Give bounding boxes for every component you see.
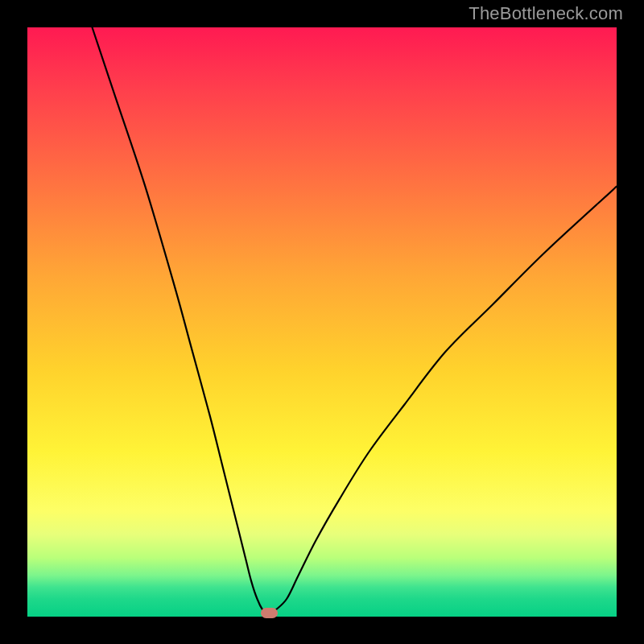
bottleneck-curve <box>27 27 617 617</box>
plot-area <box>27 27 617 617</box>
watermark-text: TheBottleneck.com <box>469 3 623 24</box>
minimum-marker <box>261 608 278 618</box>
chart-frame: TheBottleneck.com <box>0 0 644 644</box>
